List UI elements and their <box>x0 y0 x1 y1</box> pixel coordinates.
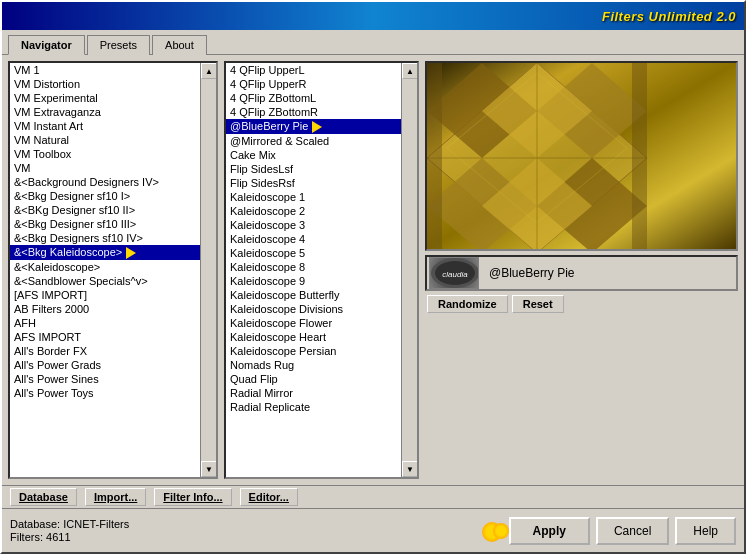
content-area: VM 1VM DistortionVM ExperimentalVM Extra… <box>2 55 744 485</box>
main-window: Filters Unlimited 2.0 Navigator Presets … <box>0 0 746 554</box>
svg-rect-11 <box>632 63 647 249</box>
middle-list-item[interactable]: Flip SidesRsf <box>226 176 401 190</box>
reset-button[interactable]: Reset <box>512 295 564 313</box>
middle-list-item[interactable]: Kaleidoscope 5 <box>226 246 401 260</box>
middle-list-item[interactable]: Kaleidoscope Butterfly <box>226 288 401 302</box>
middle-list-item[interactable]: Quad Flip <box>226 372 401 386</box>
left-list-item[interactable]: VM Experimental <box>10 91 200 105</box>
middle-list-item[interactable]: Cake Mix <box>226 148 401 162</box>
right-action-btns: Randomize Reset <box>427 295 564 313</box>
left-list-item[interactable]: &<Bkg Designers sf10 IV> <box>10 231 200 245</box>
status-info: Database: ICNET-Filters Filters: 4611 <box>10 518 129 543</box>
middle-scroll-up[interactable]: ▲ <box>402 63 418 79</box>
help-button[interactable]: Help <box>675 517 736 545</box>
middle-list-item[interactable]: Kaleidoscope Persian <box>226 344 401 358</box>
left-list-item[interactable]: VM <box>10 161 200 175</box>
left-list-item[interactable]: VM Extravaganza <box>10 105 200 119</box>
svg-rect-10 <box>427 63 442 249</box>
tabs-bar: Navigator Presets About <box>2 30 744 55</box>
middle-scroll-down[interactable]: ▼ <box>402 461 418 477</box>
pointer-arrow-icon <box>312 121 322 133</box>
middle-list-item[interactable]: Kaleidoscope Divisions <box>226 302 401 316</box>
right-bottom-toolbar: Randomize Reset <box>425 295 738 313</box>
database-button[interactable]: Database <box>10 488 77 506</box>
middle-list-item[interactable]: Radial Mirror <box>226 386 401 400</box>
database-status: Database: ICNET-Filters <box>10 518 129 530</box>
filters-label: Filters: <box>10 531 43 543</box>
left-list-item[interactable]: &<BKg Designer sf10 II> <box>10 203 200 217</box>
tab-navigator[interactable]: Navigator <box>8 35 85 55</box>
middle-list-item[interactable]: Kaleidoscope Flower <box>226 316 401 330</box>
left-list-container: VM 1VM DistortionVM ExperimentalVM Extra… <box>8 61 218 479</box>
middle-panel: 4 QFlip UpperL4 QFlip UpperR4 QFlip ZBot… <box>224 61 419 479</box>
left-scroll-up[interactable]: ▲ <box>201 63 217 79</box>
left-list-item[interactable]: VM 1 <box>10 63 200 77</box>
middle-list-item[interactable]: Kaleidoscope 3 <box>226 218 401 232</box>
left-list-item[interactable]: &<Kaleidoscope> <box>10 260 200 274</box>
editor-button[interactable]: Editor... <box>240 488 298 506</box>
left-list-item[interactable]: AFS IMPORT <box>10 330 200 344</box>
randomize-button[interactable]: Randomize <box>427 295 508 313</box>
action-buttons-area: Apply Cancel Help <box>482 517 736 545</box>
middle-list-item[interactable]: Kaleidoscope 2 <box>226 204 401 218</box>
middle-scroll-arrows: ▲ ▼ <box>401 63 417 477</box>
right-panel: claudia @BlueBerry Pie Randomize Reset <box>425 61 738 479</box>
pointer-arrow-icon <box>126 247 136 259</box>
filter-name-display: @BlueBerry Pie <box>485 266 734 280</box>
claudia-logo: claudia <box>429 257 479 289</box>
left-list-item[interactable]: VM Natural <box>10 133 200 147</box>
left-list-item[interactable]: [AFS IMPORT] <box>10 288 200 302</box>
title-bar: Filters Unlimited 2.0 <box>2 2 744 30</box>
preview-image <box>425 61 738 251</box>
apply-container: Apply <box>482 517 590 545</box>
left-list-item[interactable]: &<Bkg Designer sf10 III> <box>10 217 200 231</box>
preview-svg <box>427 63 736 249</box>
left-list-item[interactable]: VM Distortion <box>10 77 200 91</box>
status-bar: Database: ICNET-Filters Filters: 4611 Ap… <box>2 508 744 552</box>
middle-list-item[interactable]: 4 QFlip UpperL <box>226 63 401 77</box>
database-label: Database: <box>10 518 60 530</box>
middle-list-item[interactable]: Kaleidoscope 4 <box>226 232 401 246</box>
left-list-item[interactable]: All's Power Grads <box>10 358 200 372</box>
middle-list-item[interactable]: @Mirrored & Scaled <box>226 134 401 148</box>
window-title: Filters Unlimited 2.0 <box>602 9 736 24</box>
middle-list-item[interactable]: @BlueBerry Pie <box>226 119 401 134</box>
left-list-item[interactable]: AFH <box>10 316 200 330</box>
left-list-item[interactable]: VM Toolbox <box>10 147 200 161</box>
apply-button[interactable]: Apply <box>509 517 590 545</box>
left-scroll-down[interactable]: ▼ <box>201 461 217 477</box>
middle-list-item[interactable]: 4 QFlip ZBottomR <box>226 105 401 119</box>
left-list-item[interactable]: VM Instant Art <box>10 119 200 133</box>
import-button[interactable]: Import... <box>85 488 146 506</box>
left-list-item[interactable]: &<Background Designers IV> <box>10 175 200 189</box>
left-list-item[interactable]: All's Border FX <box>10 344 200 358</box>
left-list-item[interactable]: All's Power Toys <box>10 386 200 400</box>
middle-list-container: 4 QFlip UpperL4 QFlip UpperR4 QFlip ZBot… <box>224 61 419 479</box>
cancel-button[interactable]: Cancel <box>596 517 669 545</box>
middle-list-item[interactable]: Kaleidoscope 9 <box>226 274 401 288</box>
database-value: ICNET-Filters <box>63 518 129 530</box>
filter-info-button[interactable]: Filter Info... <box>154 488 231 506</box>
tab-about[interactable]: About <box>152 35 207 55</box>
middle-list-scroll[interactable]: 4 QFlip UpperL4 QFlip UpperR4 QFlip ZBot… <box>226 63 401 477</box>
middle-list-item[interactable]: Flip SidesLsf <box>226 162 401 176</box>
middle-list-item[interactable]: Kaleidoscope Heart <box>226 330 401 344</box>
middle-list-item[interactable]: Nomads Rug <box>226 358 401 372</box>
left-list-item[interactable]: &<Bkg Designer sf10 I> <box>10 189 200 203</box>
tab-presets[interactable]: Presets <box>87 35 150 55</box>
left-list-scroll[interactable]: VM 1VM DistortionVM ExperimentalVM Extra… <box>10 63 200 477</box>
middle-list-item[interactable]: 4 QFlip ZBottomL <box>226 91 401 105</box>
left-list-item[interactable]: &<Bkg Kaleidoscope> <box>10 245 200 260</box>
middle-list-item[interactable]: Kaleidoscope 1 <box>226 190 401 204</box>
bottom-toolbar: Database Import... Filter Info... Editor… <box>2 485 744 508</box>
left-list-item[interactable]: All's Power Sines <box>10 372 200 386</box>
filters-value: 4611 <box>46 531 70 543</box>
left-list-item[interactable]: &<Sandblower Specials^v> <box>10 274 200 288</box>
middle-list-item[interactable]: Radial Replicate <box>226 400 401 414</box>
svg-text:claudia: claudia <box>442 270 468 279</box>
middle-list-item[interactable]: Kaleidoscope 8 <box>226 260 401 274</box>
middle-list-item[interactable]: 4 QFlip UpperR <box>226 77 401 91</box>
left-list-item[interactable]: AB Filters 2000 <box>10 302 200 316</box>
bottom-left-toolbar: Database Import... Filter Info... Editor… <box>10 488 298 506</box>
filter-info-bar: claudia @BlueBerry Pie <box>425 255 738 291</box>
